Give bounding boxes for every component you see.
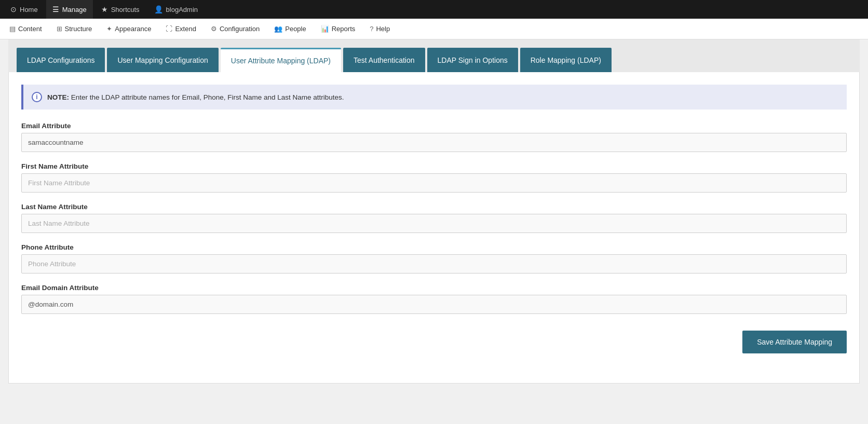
form-group-phone-attribute: Phone Attribute <box>21 243 847 273</box>
admin-menu: ▤ Content ⊞ Structure ✦ Appearance ⛶ Ext… <box>0 19 868 39</box>
note-text: NOTE: Enter the LDAP attribute names for… <box>47 93 344 101</box>
input-email-domain-attribute[interactable] <box>21 295 847 314</box>
attribute-mapping-form: Email AttributeFirst Name AttributeLast … <box>21 122 847 314</box>
info-icon: i <box>32 92 42 102</box>
nav-manage[interactable]: ☰ Manage <box>46 0 93 19</box>
menu-configuration-label: Configuration <box>220 25 260 33</box>
tab-ldap-configurations[interactable]: LDAP Configurations <box>17 48 105 72</box>
nav-manage-label: Manage <box>62 6 87 13</box>
home-icon: ⊙ <box>10 5 17 13</box>
menu-content[interactable]: ▤ Content <box>2 19 49 39</box>
label-last-name-attribute: Last Name Attribute <box>21 203 847 211</box>
label-first-name-attribute: First Name Attribute <box>21 162 847 170</box>
tab-user-attribute-mapping[interactable]: User Attribute Mapping (LDAP) <box>221 48 341 72</box>
tab-user-mapping-configuration[interactable]: User Mapping Configuration <box>107 48 218 72</box>
structure-icon: ⊞ <box>57 25 62 33</box>
nav-shortcuts[interactable]: ★ Shortcuts <box>95 0 146 19</box>
input-phone-attribute[interactable] <box>21 254 847 273</box>
main-content: LDAP Configurations User Mapping Configu… <box>0 39 868 392</box>
reports-icon: 📊 <box>321 25 329 33</box>
input-last-name-attribute[interactable] <box>21 214 847 233</box>
menu-configuration[interactable]: ⚙ Configuration <box>204 19 267 39</box>
save-attribute-mapping-button[interactable]: Save Attribute Mapping <box>742 331 847 353</box>
content-area: i NOTE: Enter the LDAP attribute names f… <box>8 72 860 384</box>
content-icon: ▤ <box>9 25 16 33</box>
label-email-domain-attribute: Email Domain Attribute <box>21 284 847 292</box>
top-navigation: ⊙ Home ☰ Manage ★ Shortcuts 👤 blogAdmin <box>0 0 868 19</box>
menu-structure-label: Structure <box>65 25 92 33</box>
extend-icon: ⛶ <box>166 25 172 33</box>
save-button-area: Save Attribute Mapping <box>21 331 847 353</box>
tab-ldap-sign-in-options[interactable]: LDAP Sign in Options <box>427 48 518 72</box>
nav-blog-admin[interactable]: 👤 blogAdmin <box>148 0 204 19</box>
menu-help-label: Help <box>376 25 390 33</box>
tabs-bar: LDAP Configurations User Mapping Configu… <box>8 39 860 72</box>
menu-structure[interactable]: ⊞ Structure <box>49 19 100 39</box>
nav-home[interactable]: ⊙ Home <box>4 0 44 19</box>
menu-help[interactable]: ? Help <box>362 19 397 39</box>
tab-role-mapping[interactable]: Role Mapping (LDAP) <box>520 48 612 72</box>
info-note: i NOTE: Enter the LDAP attribute names f… <box>21 85 847 110</box>
configuration-icon: ⚙ <box>211 25 217 33</box>
star-icon: ★ <box>101 5 108 13</box>
menu-reports-label: Reports <box>332 25 356 33</box>
menu-people-label: People <box>285 25 306 33</box>
form-group-email-domain-attribute: Email Domain Attribute <box>21 284 847 314</box>
menu-extend[interactable]: ⛶ Extend <box>158 19 203 39</box>
menu-appearance-label: Appearance <box>115 25 151 33</box>
input-first-name-attribute[interactable] <box>21 173 847 193</box>
menu-reports[interactable]: 📊 Reports <box>314 19 363 39</box>
menu-content-label: Content <box>18 25 42 33</box>
nav-home-label: Home <box>20 6 38 13</box>
label-phone-attribute: Phone Attribute <box>21 243 847 251</box>
people-icon: 👥 <box>274 25 282 33</box>
form-group-email-attribute: Email Attribute <box>21 122 847 152</box>
tab-test-authentication[interactable]: Test Authentication <box>343 48 425 72</box>
nav-blog-admin-label: blogAdmin <box>166 6 198 13</box>
nav-shortcuts-label: Shortcuts <box>111 6 140 13</box>
note-prefix: NOTE: <box>47 93 69 101</box>
label-email-attribute: Email Attribute <box>21 122 847 130</box>
form-group-last-name-attribute: Last Name Attribute <box>21 203 847 233</box>
input-email-attribute[interactable] <box>21 133 847 152</box>
user-icon: 👤 <box>154 5 163 13</box>
form-group-first-name-attribute: First Name Attribute <box>21 162 847 193</box>
menu-people[interactable]: 👥 People <box>267 19 313 39</box>
menu-extend-label: Extend <box>175 25 196 33</box>
note-body: Enter the LDAP attribute names for Email… <box>71 93 344 101</box>
help-icon: ? <box>370 25 373 33</box>
menu-appearance[interactable]: ✦ Appearance <box>99 19 158 39</box>
appearance-icon: ✦ <box>106 25 112 33</box>
manage-icon: ☰ <box>52 5 59 13</box>
